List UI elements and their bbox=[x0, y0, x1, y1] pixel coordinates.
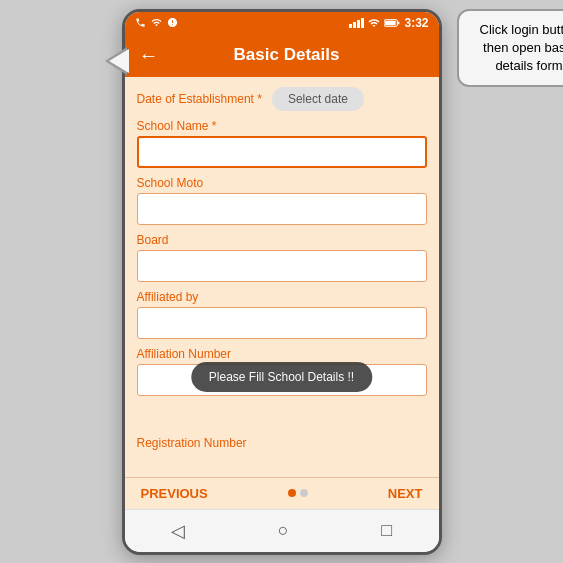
board-input[interactable] bbox=[137, 250, 427, 282]
wifi-status-icon bbox=[368, 17, 380, 29]
next-button[interactable]: NEXT bbox=[388, 486, 423, 501]
back-system-button[interactable]: ◁ bbox=[171, 520, 185, 542]
phone-frame: 3:32 ← Basic Details Date of Establishme… bbox=[122, 9, 442, 555]
callout-bubble: Click login button then open basic detai… bbox=[457, 9, 564, 88]
dot-1 bbox=[288, 489, 296, 497]
recents-system-button[interactable]: □ bbox=[381, 520, 392, 541]
date-label: Date of Establishment * bbox=[137, 92, 262, 106]
school-name-label: School Name * bbox=[137, 119, 427, 133]
system-nav: ◁ ○ □ bbox=[125, 509, 439, 552]
affiliated-by-input[interactable] bbox=[137, 307, 427, 339]
dot-2 bbox=[300, 489, 308, 497]
school-moto-row: School Moto bbox=[137, 176, 427, 225]
toast-text: Please Fill School Details !! bbox=[209, 370, 354, 384]
header-bar: ← Basic Details bbox=[125, 34, 439, 77]
svg-rect-2 bbox=[385, 20, 396, 25]
callout-arrow-inner bbox=[109, 49, 129, 73]
affiliated-by-label: Affiliated by bbox=[137, 290, 427, 304]
wifi-icon bbox=[151, 17, 162, 28]
screen-wrapper: Click login button then open basic detai… bbox=[122, 9, 442, 555]
registration-number-row: Registration Number bbox=[137, 436, 427, 450]
page-title: Basic Details bbox=[169, 45, 405, 65]
registration-number-label: Registration Number bbox=[137, 436, 427, 450]
toast-message: Please Fill School Details !! bbox=[191, 362, 372, 392]
affiliated-by-row: Affiliated by bbox=[137, 290, 427, 339]
school-name-input[interactable] bbox=[137, 136, 427, 168]
school-moto-label: School Moto bbox=[137, 176, 427, 190]
home-system-button[interactable]: ○ bbox=[278, 520, 289, 541]
callout-text: Click login button then open basic detai… bbox=[480, 22, 564, 73]
phone-icon bbox=[135, 17, 146, 28]
select-date-button[interactable]: Select date bbox=[272, 87, 364, 111]
board-row: Board bbox=[137, 233, 427, 282]
school-moto-input[interactable] bbox=[137, 193, 427, 225]
svg-rect-1 bbox=[398, 21, 400, 24]
previous-button[interactable]: PREVIOUS bbox=[141, 486, 208, 501]
battery-icon bbox=[384, 18, 400, 28]
signal-bars bbox=[349, 18, 364, 28]
board-label: Board bbox=[137, 233, 427, 247]
school-name-row: School Name * bbox=[137, 119, 427, 168]
notification-icon bbox=[167, 17, 178, 28]
form-body: Date of Establishment * Select date Scho… bbox=[125, 77, 439, 477]
affiliation-number-label: Affiliation Number bbox=[137, 347, 427, 361]
pagination-bar: PREVIOUS NEXT bbox=[125, 477, 439, 509]
back-button[interactable]: ← bbox=[139, 44, 159, 67]
status-time: 3:32 bbox=[404, 16, 428, 30]
status-bar: 3:32 bbox=[125, 12, 439, 34]
status-left bbox=[135, 17, 178, 28]
status-right: 3:32 bbox=[349, 16, 428, 30]
date-row: Date of Establishment * Select date bbox=[137, 87, 427, 111]
pagination-dots bbox=[288, 489, 308, 497]
